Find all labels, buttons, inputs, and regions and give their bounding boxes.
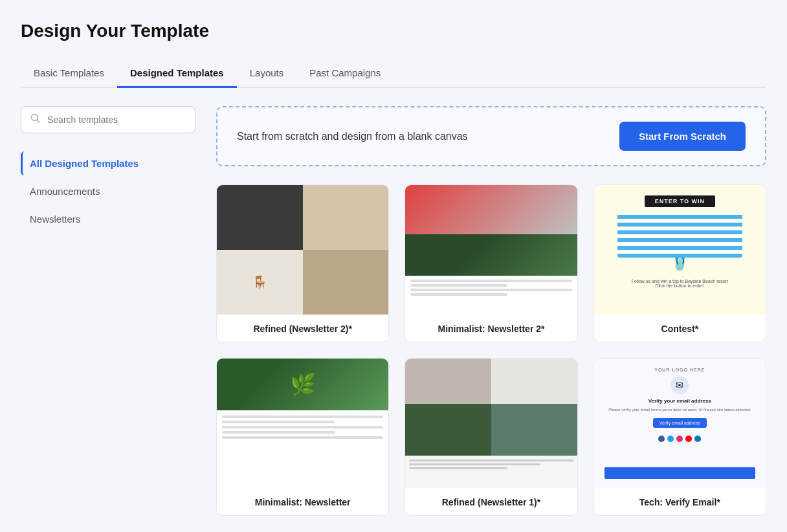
tab-bar: Basic Templates Designed Templates Layou…	[21, 60, 766, 88]
template-thumb-refined1	[405, 359, 577, 488]
start-from-scratch-button[interactable]: Start From Scratch	[619, 122, 746, 151]
template-grid: 🪑 Refined (Newsletter 2)*	[216, 184, 766, 516]
template-card-contest[interactable]: ENTER TO WIN 🩴 Follow us and win a trip …	[593, 184, 766, 342]
template-thumb-minimalist2	[405, 185, 577, 315]
tab-basic-templates[interactable]: Basic Templates	[21, 60, 117, 88]
sidebar-item-newsletters[interactable]: Newsletters	[21, 207, 195, 231]
template-label-refined2: Refined (Newsletter 2)*	[217, 315, 388, 342]
template-thumb-tech-verify: YOUR LOGO HERE ✉ Verify your email addre…	[594, 359, 766, 488]
sidebar-item-announcements[interactable]: Announcements	[21, 179, 195, 203]
page-title: Design Your Template	[21, 21, 766, 41]
sidebar: All Designed Templates Announcements New…	[21, 106, 195, 231]
template-label-minimalist-nl: Minimalist: Newsletter	[217, 488, 388, 515]
content-area: Start from scratch and design from a bla…	[216, 106, 766, 516]
template-card-minimalist-nl[interactable]: 🌿 Minimalist: Newsletter	[216, 358, 389, 516]
template-card-minimalist2[interactable]: Minimalist: Newsletter 2*	[405, 184, 577, 342]
template-card-refined1[interactable]: Refined (Newsletter 1)*	[405, 358, 577, 516]
template-thumb-refined2: 🪑	[217, 185, 388, 315]
sidebar-item-all[interactable]: All Designed Templates	[21, 151, 195, 175]
tab-designed-templates[interactable]: Designed Templates	[117, 60, 237, 88]
scratch-banner-text: Start from scratch and design from a bla…	[237, 131, 468, 142]
template-card-tech-verify[interactable]: YOUR LOGO HERE ✉ Verify your email addre…	[593, 358, 766, 516]
search-input[interactable]	[47, 115, 186, 125]
main-layout: All Designed Templates Announcements New…	[21, 106, 766, 516]
template-label-minimalist2: Minimalist: Newsletter 2*	[405, 315, 577, 342]
sidebar-nav: All Designed Templates Announcements New…	[21, 151, 195, 231]
search-box[interactable]	[21, 106, 195, 133]
template-thumb-minimalist-nl: 🌿	[217, 359, 388, 488]
template-label-contest: Contest*	[594, 315, 766, 342]
tab-past-campaigns[interactable]: Past Campaigns	[296, 60, 394, 88]
template-label-tech-verify: Tech: Verify Email*	[594, 488, 766, 515]
search-icon	[30, 113, 41, 126]
tab-layouts[interactable]: Layouts	[237, 60, 297, 88]
template-card-refined2[interactable]: 🪑 Refined (Newsletter 2)*	[216, 184, 389, 342]
template-thumb-contest: ENTER TO WIN 🩴 Follow us and win a trip …	[594, 185, 766, 315]
template-label-refined1: Refined (Newsletter 1)*	[405, 488, 577, 515]
svg-line-1	[38, 120, 40, 123]
scratch-banner: Start from scratch and design from a bla…	[216, 106, 766, 166]
